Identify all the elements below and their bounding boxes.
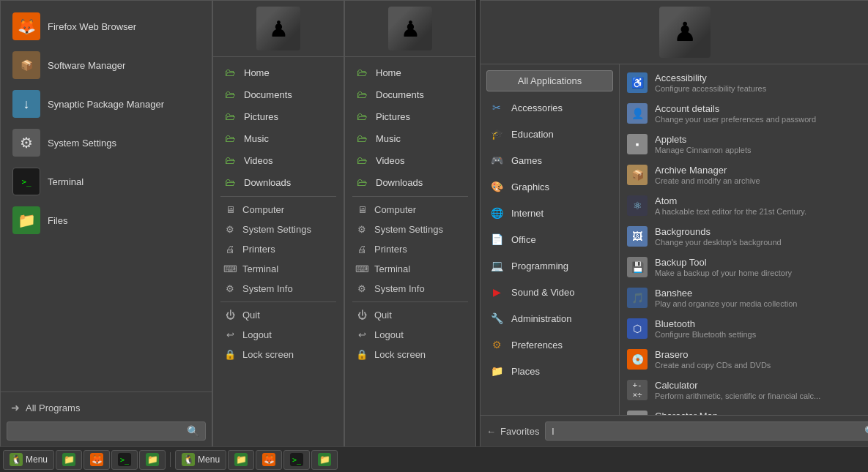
taskbar-files-2[interactable]: 📁 xyxy=(228,450,254,470)
list-item-backgrounds[interactable]: 🖼 Backgrounds Change your desktop's back… xyxy=(620,221,868,252)
list-item-banshee[interactable]: 🎵 Banshee Play and organize your media c… xyxy=(620,282,868,313)
app-item-firefox[interactable]: 🦊 Firefox Web Browser xyxy=(4,7,209,45)
cat-education[interactable]: 🎓 Education xyxy=(481,121,619,147)
file-item-videos-1[interactable]: 🗁 Videos xyxy=(213,149,344,171)
list-item-charmap[interactable]: Ω Character Map Insert special character… xyxy=(620,405,868,415)
left-search-input[interactable] xyxy=(13,426,187,437)
file-item-downloads-2[interactable]: 🗁 Downloads xyxy=(345,171,475,193)
backgrounds-app-icon: 🖼 xyxy=(627,226,648,247)
action-logout-2[interactable]: ↩ Logout xyxy=(345,325,475,345)
list-item-accessibility[interactable]: ♿ Accessibility Configure accessibility … xyxy=(620,67,868,98)
menus-container: 🦊 Firefox Web Browser 📦 Software Manager… xyxy=(0,0,868,446)
file-item-downloads-1[interactable]: 🗁 Downloads xyxy=(213,171,344,193)
file-item-docs-1[interactable]: 🗁 Documents xyxy=(213,83,344,105)
list-item-applets[interactable]: ▪ Applets Manage Cinnamon applets xyxy=(620,129,868,160)
cat-graphics[interactable]: 🎨 Graphics xyxy=(481,173,619,200)
list-item-atom[interactable]: ⚛ Atom A hackable text editor for the 21… xyxy=(620,190,868,221)
sys-item-computer-1[interactable]: 🖥 Computer xyxy=(213,200,344,220)
cat-office[interactable]: 📄 Office xyxy=(481,226,619,252)
app-item-settings[interactable]: ⚙ System Settings xyxy=(4,124,209,162)
videos-icon-1: 🗁 xyxy=(223,154,237,167)
internet-icon: 🌐 xyxy=(489,206,504,220)
file-item-home-1[interactable]: 🗁 Home xyxy=(213,61,344,83)
app-item-terminal[interactable]: >_ Terminal xyxy=(4,162,209,201)
banshee-app-icon: 🎵 xyxy=(627,288,648,308)
categories-column: All Applications ✂ Accessories 🎓 Educati… xyxy=(481,64,620,415)
action-quit-2[interactable]: ⏻ Quit xyxy=(345,305,475,325)
action-lock-1[interactable]: 🔒 Lock screen xyxy=(213,345,344,364)
pics-label-1: Pictures xyxy=(244,111,278,122)
list-item-archive[interactable]: 📦 Archive Manager Create and modify an a… xyxy=(620,160,868,190)
cat-programming[interactable]: 💻 Programming xyxy=(481,252,619,279)
action-lock-2[interactable]: 🔒 Lock screen xyxy=(345,345,475,364)
left-search-icon: 🔍 xyxy=(187,425,199,437)
app-search-input[interactable] xyxy=(552,426,864,437)
sys-item-settings-2[interactable]: ⚙ System Settings xyxy=(345,220,475,239)
app-item-files[interactable]: 📁 Files xyxy=(4,201,209,239)
lock-label-1: Lock screen xyxy=(242,349,294,360)
file-item-music-1[interactable]: 🗁 Music xyxy=(213,127,344,149)
menu-linux-icon-1: 🐧 xyxy=(10,453,23,466)
taskbar-folder-1[interactable]: 📁 xyxy=(139,450,166,470)
cat-soundvideo[interactable]: ▶ Sound & Video xyxy=(481,279,619,305)
list-item-backup[interactable]: 💾 Backup Tool Make a backup of your home… xyxy=(620,252,868,282)
list-item-bluetooth[interactable]: ⬡ Bluetooth Configure Bluetooth settings xyxy=(620,313,868,344)
action-quit-1[interactable]: ⏻ Quit xyxy=(213,305,344,325)
sys-item-terminal-2[interactable]: ⌨ Terminal xyxy=(345,259,475,279)
all-programs-link[interactable]: ➜ All Programs xyxy=(7,398,206,417)
apps-list-column: ♿ Accessibility Configure accessibility … xyxy=(620,64,868,415)
sys-item-terminal-1[interactable]: ⌨ Terminal xyxy=(213,259,344,279)
videos-label-1: Videos xyxy=(244,155,273,166)
calculator-app-name: Calculator xyxy=(655,380,820,391)
file-panel-2-header: ♟ xyxy=(345,1,475,57)
taskbar-terminal-1[interactable]: >_ xyxy=(111,450,138,470)
home-icon-2: 🗁 xyxy=(355,66,368,79)
sys-item-printers-2[interactable]: 🖨 Printers xyxy=(345,239,475,259)
administration-icon: 🔧 xyxy=(489,311,504,326)
sys-item-computer-2[interactable]: 🖥 Computer xyxy=(345,200,475,220)
preferences-label: Preferences xyxy=(511,340,563,351)
list-item-brasero[interactable]: 💿 Brasero Create and copy CDs and DVDs xyxy=(620,344,868,375)
file-panel-2: ♟ 🗁 Home 🗁 Documents 🗁 Pictures 🗁 Music xyxy=(344,0,476,446)
sys-item-info-1[interactable]: ⚙ System Info xyxy=(213,279,344,299)
file-item-videos-2[interactable]: 🗁 Videos xyxy=(345,149,475,171)
file-panel-1-header: ♟ xyxy=(213,1,344,57)
menu-button-2[interactable]: 🐧 Menu xyxy=(175,450,226,470)
list-item-calculator[interactable]: +-×÷ Calculator Perform arithmetic, scie… xyxy=(620,375,868,405)
cat-preferences[interactable]: ⚙ Preferences xyxy=(481,331,619,358)
app-panel-bottom: ← Favorites 🔍 xyxy=(481,415,868,446)
taskbar-firefox-1[interactable]: 🦊 xyxy=(84,450,110,470)
favorites-link[interactable]: ← Favorites xyxy=(486,426,539,437)
bluetooth-app-text: Bluetooth Configure Bluetooth settings xyxy=(655,318,756,339)
list-item-account[interactable]: 👤 Account details Change your user prefe… xyxy=(620,98,868,129)
backup-app-icon: 💾 xyxy=(627,257,648,277)
banshee-app-name: Banshee xyxy=(655,288,797,299)
sys-item-printers-1[interactable]: 🖨 Printers xyxy=(213,239,344,259)
taskbar-firefox-2[interactable]: 🦊 xyxy=(256,450,282,470)
cat-administration[interactable]: 🔧 Administration xyxy=(481,305,619,331)
cat-games[interactable]: 🎮 Games xyxy=(481,147,619,173)
sys-item-settings-1[interactable]: ⚙ System Settings xyxy=(213,220,344,239)
printers-icon-2: 🖨 xyxy=(355,244,368,255)
file-item-docs-2[interactable]: 🗁 Documents xyxy=(345,83,475,105)
taskbar-terminal-2[interactable]: >_ xyxy=(283,450,310,470)
file-item-pics-1[interactable]: 🗁 Pictures xyxy=(213,105,344,127)
cat-accessories[interactable]: ✂ Accessories xyxy=(481,94,619,121)
taskbar-folder-2[interactable]: 📁 xyxy=(311,450,338,470)
file-item-pics-2[interactable]: 🗁 Pictures xyxy=(345,105,475,127)
taskbar-firefox-icon-2: 🦊 xyxy=(262,453,275,466)
education-label: Education xyxy=(511,129,554,140)
cat-internet[interactable]: 🌐 Internet xyxy=(481,200,619,226)
app-item-synaptic[interactable]: ↓ Synaptic Package Manager xyxy=(4,85,209,123)
action-logout-1[interactable]: ↩ Logout xyxy=(213,325,344,345)
file-item-music-2[interactable]: 🗁 Music xyxy=(345,127,475,149)
file-item-home-2[interactable]: 🗁 Home xyxy=(345,61,475,83)
all-applications-button[interactable]: All Applications xyxy=(486,70,613,91)
sysinfo-icon-1: ⚙ xyxy=(223,283,237,294)
app-item-softmgr[interactable]: 📦 Software Manager xyxy=(4,46,209,84)
menu-button-1[interactable]: 🐧 Menu xyxy=(3,450,54,470)
printers-label-1: Printers xyxy=(242,244,275,255)
taskbar-files-1[interactable]: 📁 xyxy=(56,450,82,470)
cat-places[interactable]: 📁 Places xyxy=(481,358,619,384)
sys-item-info-2[interactable]: ⚙ System Info xyxy=(345,279,475,299)
